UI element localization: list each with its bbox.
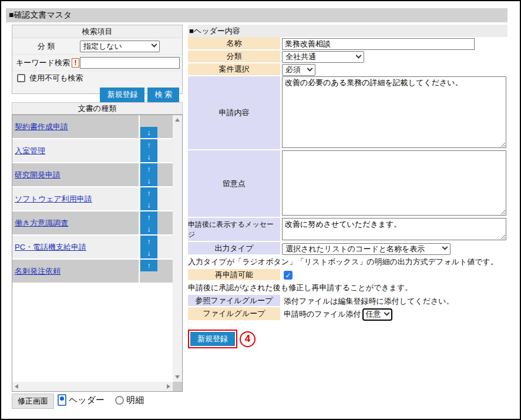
move-down-button[interactable]: ↓ (140, 247, 157, 259)
list-item-link-cell: 研究開発申請 (12, 163, 140, 186)
move-up-button[interactable]: ↑ (140, 260, 157, 271)
message-label: 申請後に表示するメッセージ (188, 218, 280, 242)
reorder-arrows: ↑↓ (140, 163, 157, 186)
reorder-arrows: ↑↓ (140, 236, 157, 258)
list-item-link-cell: ソフトウェア利用申請 (12, 187, 140, 210)
move-down-button[interactable]: ↓ (140, 151, 157, 163)
search-button[interactable]: 検 索 (147, 88, 179, 102)
message-textarea[interactable]: 改善に努めさせていただきます。 (282, 218, 506, 240)
list-item: ソフトウェア利用申請 ↑↓ (12, 187, 173, 211)
move-up-button[interactable]: ↑ (140, 163, 157, 175)
output-type-label: 出力タイプ (188, 242, 280, 256)
list-item-arrows-cell: ↑↓ (140, 236, 173, 258)
file-group-label: ファイルグループ (188, 307, 280, 321)
category-label-right: 分類 (188, 51, 280, 63)
case-select[interactable]: 必須 (282, 64, 315, 76)
list-item-arrows-cell: ↑↓ (140, 211, 173, 234)
list-item-link-cell: 働き方意識調査 (12, 211, 140, 234)
category-select[interactable]: 指定しない (80, 41, 160, 52)
notes-row: 留意点 (188, 150, 507, 218)
move-down-button[interactable]: ↓ (140, 127, 157, 139)
page-title: ■確認文書マスタ (6, 8, 507, 22)
file-attach-select[interactable]: 任意 (362, 308, 392, 321)
reorder-arrows: ↑↓ (140, 211, 157, 234)
new-register-button[interactable]: 新規登録 (190, 332, 235, 346)
scroll-down-icon[interactable] (175, 375, 180, 379)
category-row: 分 類 指定しない (12, 38, 182, 55)
move-down-button[interactable]: ↓ (140, 175, 157, 187)
category-select-value: 指定しない (83, 41, 122, 52)
name-input[interactable] (282, 38, 475, 50)
keyword-input[interactable] (80, 57, 180, 69)
radio-unselected-icon[interactable] (115, 396, 124, 405)
edit-screen-button[interactable]: 修正画面 (12, 394, 54, 409)
resubmit-checkbox[interactable]: ✓ (284, 271, 293, 280)
view-mode-radio-group: ヘッダー 明細 (58, 394, 144, 406)
name-row: 名称 (188, 37, 507, 51)
document-link[interactable]: 入室管理 (15, 146, 45, 156)
radio-header-option[interactable]: ヘッダー (58, 394, 105, 406)
category-select-right[interactable]: 全社共通 (282, 51, 364, 63)
chevron-down-icon (307, 65, 313, 71)
category-row-right: 分類 全社共通 (188, 51, 507, 63)
keyword-row: キーワード検索 ! (12, 55, 182, 71)
document-link[interactable]: PC・電話機支給申請 (15, 242, 86, 253)
document-link[interactable]: ソフトウェア利用申請 (15, 194, 92, 204)
move-up-button[interactable]: ↑ (140, 211, 157, 223)
radio-detail-option[interactable]: 明細 (115, 395, 144, 406)
app-window: ■確認文書マスタ 検索項目 分 類 指定しない キーワード検索 ! 使用不可も検… (0, 0, 521, 420)
chevron-down-icon (384, 310, 389, 315)
list-item-arrows-cell: ↑↓ (140, 187, 173, 210)
doc-list-box: 契約書作成申請 ↓ 入室管理 ↑↓ 研究開発申請 ↑↓ ソフトウェア利用申請 ↑… (12, 115, 183, 392)
output-type-row: 出力タイプ 選択されたリストのコードと名称を表示 (188, 242, 507, 256)
ref-file-group-label: 参照ファイルグループ (188, 295, 280, 307)
reorder-arrows: ↑ (140, 260, 157, 271)
document-link[interactable]: 契約書作成申請 (15, 122, 68, 132)
request-content-label: 申請内容 (188, 76, 280, 150)
move-up-button[interactable]: ↑ (140, 236, 157, 247)
include-disabled-checkbox[interactable] (17, 74, 25, 82)
document-link[interactable]: 働き方意識調査 (15, 218, 68, 229)
list-item: 研究開発申請 ↑↓ (12, 163, 173, 187)
list-item: 働き方意識調査 ↑↓ (12, 211, 173, 236)
header-content-title: ■ヘッダー内容 (188, 25, 507, 37)
list-item-link-cell: 名刺発注依頼 (12, 260, 140, 283)
highlight-frame: 新規登録 (188, 330, 237, 348)
document-link[interactable]: 名刺発注依頼 (15, 266, 60, 277)
ref-file-group-row: 参照ファイルグループ 添付ファイルは編集登録時に添付してください。 (188, 295, 507, 307)
search-buttons-row: 新規登録 検 索 (12, 85, 182, 104)
horizontal-scrollbar[interactable] (12, 382, 173, 391)
chevron-down-icon (442, 244, 448, 250)
vertical-scrollbar[interactable] (173, 115, 182, 382)
search-panel: 検索項目 分 類 指定しない キーワード検索 ! 使用不可も検索 新規登録 検 … (12, 25, 183, 94)
new-register-button-search[interactable]: 新規登録 (100, 88, 144, 102)
output-type-select[interactable]: 選択されたリストのコードと名称を表示 (282, 243, 451, 255)
document-link[interactable]: 研究開発申請 (15, 170, 60, 180)
move-down-button[interactable]: ↓ (140, 223, 157, 235)
radio-header-label: ヘッダー (69, 395, 105, 406)
request-content-textarea[interactable]: 改善の必要のある業務の詳細を記載してください。 (282, 76, 506, 148)
notes-textarea[interactable] (282, 150, 506, 216)
move-up-button[interactable]: ↑ (140, 187, 157, 199)
list-item-arrows-cell: ↑↓ (140, 163, 173, 186)
register-area: 新規登録 4 (188, 330, 507, 348)
list-item: PC・電話機支給申請 ↑↓ (12, 236, 173, 260)
name-label: 名称 (188, 37, 280, 51)
radio-selected-icon[interactable] (58, 394, 66, 406)
output-type-note: 入力タイプが「ラジオボタン」「リストボックス」の明細の出力方式デフォルト値です。 (188, 256, 507, 269)
scroll-left-icon[interactable] (15, 384, 18, 389)
move-down-button[interactable]: ↓ (140, 199, 157, 211)
case-select-label: 案件選択 (188, 63, 280, 76)
include-disabled-row: 使用不可も検索 (12, 71, 182, 85)
move-up-button[interactable]: ↑ (140, 139, 157, 151)
doc-list-header: 文書の種類 (12, 102, 183, 115)
list-item-arrows-cell: ↓ (140, 115, 173, 138)
scroll-up-icon[interactable] (175, 118, 180, 122)
scroll-right-icon[interactable] (167, 384, 170, 389)
request-content-row: 申請内容 改善の必要のある業務の詳細を記載してください。 (188, 76, 507, 150)
reorder-arrows: ↓ (140, 127, 157, 139)
message-row: 申請後に表示するメッセージ 改善に努めさせていただきます。 (188, 218, 507, 242)
include-disabled-label: 使用不可も検索 (29, 73, 83, 83)
list-item-arrows-cell: ↑↓ (140, 139, 173, 162)
list-item: 契約書作成申請 ↓ (12, 115, 173, 139)
